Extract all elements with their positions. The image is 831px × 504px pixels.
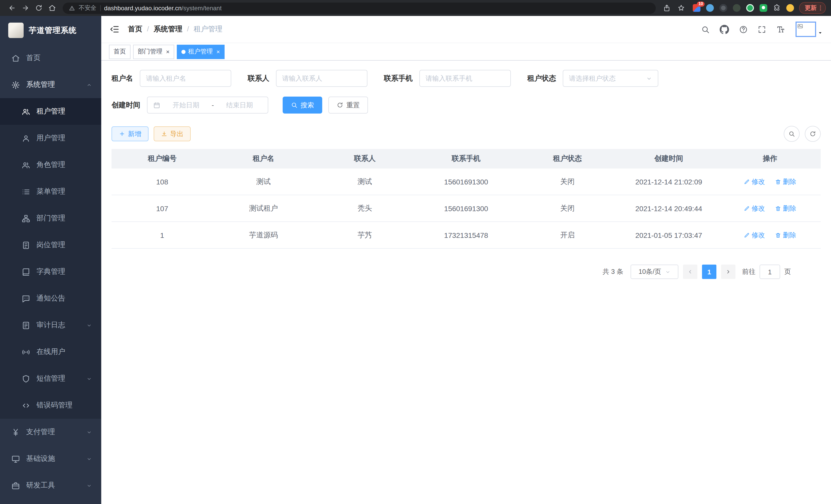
contact-input[interactable]	[282, 75, 361, 82]
toolbox-icon	[11, 481, 20, 490]
github-icon[interactable]	[719, 24, 729, 34]
edit-link[interactable]: 修改	[744, 230, 765, 240]
tab-dept[interactable]: 部门管理 ×	[133, 45, 174, 59]
page-size-select[interactable]: 10条/页	[631, 265, 678, 279]
update-label: 更新	[805, 4, 816, 12]
help-icon[interactable]	[739, 25, 748, 34]
next-page-button[interactable]	[721, 265, 736, 279]
chevron-right-icon	[725, 269, 731, 275]
extension-badge: 10	[697, 2, 705, 7]
tab-close-icon[interactable]: ×	[217, 49, 220, 55]
sidebar-item-tenant[interactable]: 租户管理	[0, 98, 101, 125]
fullscreen-icon[interactable]	[757, 25, 766, 34]
cell-created: 2021-01-05 17:03:47	[618, 222, 719, 248]
start-date-input[interactable]	[164, 101, 209, 109]
sidebar: 芋道管理系统 首页 系统管理 租户管理	[0, 16, 101, 504]
user-avatar-dropdown[interactable]	[796, 22, 823, 37]
sidebar-item-role[interactable]: 角色管理	[0, 152, 101, 178]
sidebar-submenu-system: 租户管理 用户管理 角色管理 菜单管理	[0, 98, 101, 419]
end-date-input[interactable]	[217, 101, 262, 109]
sidebar-item-online-user[interactable]: 在线用户	[0, 338, 101, 365]
browser-back-button[interactable]	[5, 1, 19, 14]
sidebar-item-dev-tools[interactable]: 研发工具	[0, 472, 101, 499]
breadcrumb-system[interactable]: 系统管理	[154, 25, 194, 34]
sidebar-fold-button[interactable]	[110, 24, 120, 34]
sidebar-item-post[interactable]: 岗位管理	[0, 232, 101, 259]
active-tab-dot	[181, 50, 185, 54]
chevron-down-icon	[86, 429, 92, 435]
extension-icon[interactable]	[746, 4, 754, 12]
kebab-menu-icon[interactable]	[817, 5, 824, 11]
shield-icon	[22, 374, 30, 383]
user-icon	[22, 134, 30, 143]
font-size-icon[interactable]	[776, 25, 785, 34]
sidebar-item-dict[interactable]: 字典管理	[0, 259, 101, 285]
browser-update-button[interactable]: 更新	[799, 2, 826, 14]
edit-link[interactable]: 修改	[744, 177, 765, 186]
cell-actions: 修改 删除	[719, 222, 821, 248]
browser-forward-button[interactable]	[19, 1, 32, 14]
tab-close-icon[interactable]: ×	[166, 49, 170, 55]
browser-home-button[interactable]	[45, 1, 59, 14]
cell-status: 关闭	[517, 195, 618, 222]
toggle-search-button[interactable]	[784, 126, 800, 142]
header-search-icon[interactable]	[701, 25, 710, 34]
tenant-name-input[interactable]	[146, 75, 225, 82]
cell-tenant-name: 芋道源码	[213, 222, 314, 248]
calendar-icon	[153, 101, 160, 109]
sidebar-item-user[interactable]: 用户管理	[0, 125, 101, 152]
security-label[interactable]: 不安全	[79, 4, 96, 12]
add-button[interactable]: 新增	[112, 126, 148, 141]
avatar[interactable]	[796, 22, 816, 37]
sidebar-item-infra[interactable]: 基础设施	[0, 445, 101, 472]
sidebar-item-notice[interactable]: 通知公告	[0, 285, 101, 312]
extension-icon[interactable]	[706, 4, 714, 12]
extension-icon[interactable]: 10	[693, 4, 700, 12]
address-bar[interactable]: 不安全 dashboard.yudao.iocoder.cn/system/te…	[63, 2, 656, 13]
export-button[interactable]: 导出	[154, 126, 191, 141]
sidebar-item-dept[interactable]: 部门管理	[0, 205, 101, 232]
tab-home[interactable]: 首页	[109, 45, 131, 59]
page-unit-label: 页	[784, 267, 791, 276]
status-select[interactable]	[563, 70, 658, 87]
extension-icon[interactable]	[719, 4, 727, 12]
trash-icon	[775, 179, 781, 185]
delete-link[interactable]: 删除	[775, 177, 796, 186]
page-url[interactable]: dashboard.yudao.iocoder.cn/system/tenant	[104, 4, 222, 11]
current-page-button[interactable]: 1	[702, 265, 716, 279]
refresh-table-button[interactable]	[805, 126, 821, 142]
extension-icon[interactable]	[760, 4, 767, 12]
sidebar-item-menu[interactable]: 菜单管理	[0, 178, 101, 205]
extensions-puzzle-icon[interactable]	[773, 4, 781, 12]
search-button[interactable]: 搜索	[283, 97, 322, 114]
delete-link[interactable]: 删除	[775, 230, 796, 240]
list-icon	[22, 187, 30, 196]
sidebar-item-audit-log[interactable]: 审计日志	[0, 312, 101, 338]
prev-page-button[interactable]	[683, 265, 697, 279]
tenant-table: 租户编号 租户名 联系人 联系手机 租户状态 创建时间 操作 1	[112, 149, 821, 249]
tab-tenant[interactable]: 租户管理 ×	[177, 45, 225, 59]
bookmark-star-button[interactable]	[674, 1, 688, 14]
status-select-value[interactable]	[569, 75, 643, 82]
edit-link[interactable]: 修改	[744, 204, 765, 213]
date-range-picker[interactable]: -	[147, 97, 268, 114]
reset-button[interactable]: 重置	[328, 97, 368, 114]
sidebar-item-home[interactable]: 首页	[0, 45, 101, 71]
monitor-icon	[11, 454, 20, 463]
browser-reload-button[interactable]	[32, 1, 45, 14]
app-logo[interactable]: 芋道管理系统	[0, 16, 101, 45]
extension-icon[interactable]	[733, 4, 741, 12]
share-button[interactable]	[660, 1, 673, 14]
sidebar-item-error-code[interactable]: 错误码管理	[0, 392, 101, 419]
cell-created: 2021-12-14 20:49:44	[618, 195, 719, 222]
delete-link[interactable]: 删除	[775, 204, 796, 213]
sidebar-item-system[interactable]: 系统管理	[0, 71, 101, 98]
sidebar-item-payment[interactable]: 支付管理	[0, 419, 101, 445]
goto-page-input[interactable]	[760, 265, 780, 279]
sidebar-item-sms[interactable]: 短信管理	[0, 365, 101, 392]
code-icon	[22, 401, 30, 410]
tenant-name-label: 租户名	[112, 74, 133, 83]
breadcrumb-home[interactable]: 首页	[128, 25, 154, 34]
phone-input[interactable]	[426, 75, 505, 82]
browser-profile-avatar[interactable]	[786, 4, 794, 12]
